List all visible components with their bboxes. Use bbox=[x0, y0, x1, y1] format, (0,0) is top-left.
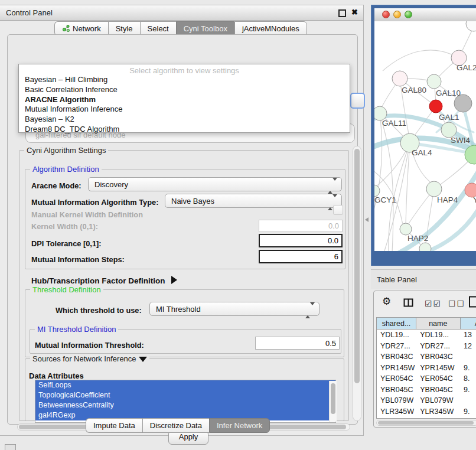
float-window-icon[interactable] bbox=[338, 9, 346, 17]
dropdown-item[interactable]: ARACNE Algorithm bbox=[19, 95, 350, 105]
network-node[interactable] bbox=[400, 223, 412, 235]
table-panel-title: Table Panel bbox=[377, 275, 417, 284]
select-all-checkboxes-icon[interactable]: ☑☑ bbox=[425, 299, 442, 308]
table-row[interactable]: YBR045CYBR045C9. bbox=[377, 384, 476, 396]
dpi-tolerance-field[interactable] bbox=[259, 234, 343, 247]
cyni-toolbox-panel: gal-filtered sif default node Select alg… bbox=[7, 34, 358, 425]
network-node[interactable] bbox=[392, 71, 407, 86]
mi-steps-field[interactable] bbox=[259, 250, 343, 263]
minimize-traffic-light-icon[interactable] bbox=[393, 11, 401, 18]
node-label: Y bbox=[473, 195, 476, 204]
attribute-list-item[interactable]: BetweennessCentrality bbox=[35, 400, 335, 410]
deselect-checkboxes-icon[interactable]: ☐☐ bbox=[448, 299, 465, 308]
table-cell: 13 bbox=[460, 330, 476, 341]
node-label: GAL10 bbox=[436, 89, 461, 97]
table-cell: 9. bbox=[460, 406, 476, 418]
dropdown-item[interactable]: Mutual Information Inference bbox=[19, 105, 350, 115]
mi-algorithm-type-value: Naive Bayes bbox=[171, 197, 214, 206]
table-row[interactable]: YBR043CYBR043C bbox=[377, 351, 476, 363]
attribute-list-item[interactable]: SelfLoops bbox=[35, 380, 335, 390]
table-row[interactable]: YIL053CYIL053C9. bbox=[377, 417, 476, 419]
which-threshold-label: Which threshold to use: bbox=[56, 306, 142, 315]
table-cell: YER054C bbox=[416, 373, 460, 384]
network-canvas[interactable]: GAL2GAL80GAL10GAL1GAL11SWI4GAL4GCY1HAP4Y… bbox=[374, 21, 476, 251]
kernel-width-field[interactable] bbox=[259, 220, 343, 232]
algorithm-dropdown-popup: Select algorithm to view settings Bayesi… bbox=[18, 64, 350, 133]
table-cell: YLR345W bbox=[377, 406, 416, 418]
table-cell: YBL079W bbox=[377, 395, 416, 406]
tab-infer-network[interactable]: Infer Network bbox=[209, 418, 270, 433]
table-cell: YPR145W bbox=[377, 363, 416, 374]
tab-label: jActiveMNodules bbox=[242, 24, 299, 33]
expand-arrow-icon[interactable] bbox=[171, 276, 177, 284]
attribute-list-item[interactable]: TopologicalCoefficient bbox=[35, 390, 335, 400]
node-label: GCY1 bbox=[374, 195, 396, 204]
table-row[interactable]: YDR27...YDR27...12 bbox=[377, 341, 476, 352]
network-node-labels: GAL2GAL80GAL10GAL1GAL11SWI4GAL4GCY1HAP4Y… bbox=[374, 63, 476, 243]
node-label: SWI4 bbox=[451, 136, 470, 145]
table-row[interactable]: YLR345WYLR345W9. bbox=[377, 406, 476, 418]
close-icon[interactable]: ✖ bbox=[351, 8, 358, 17]
table-row[interactable]: YER054CYER054C8. bbox=[377, 373, 476, 384]
network-view-window: GAL2GAL80GAL10GAL1GAL11SWI4GAL4GCY1HAP4Y… bbox=[371, 5, 476, 266]
network-node[interactable] bbox=[419, 243, 431, 251]
mi-threshold-field[interactable] bbox=[255, 337, 340, 350]
zoom-traffic-light-icon[interactable] bbox=[405, 11, 412, 18]
network-node[interactable] bbox=[426, 181, 442, 197]
node-attribute-table: shared...nameA YDL19...YDL19...13YDR27..… bbox=[376, 317, 476, 419]
data-attributes-list[interactable]: SelfLoopsTopologicalCoefficientBetweenne… bbox=[35, 380, 336, 423]
dropdown-item[interactable]: Bayesian – K2 bbox=[19, 115, 350, 125]
settings-vertical-scrollbar[interactable] bbox=[353, 146, 361, 421]
table-row[interactable]: YDL19...YDL19...13 bbox=[377, 330, 476, 341]
close-traffic-light-icon[interactable] bbox=[382, 11, 390, 18]
aracne-mode-combo[interactable]: Discovery bbox=[88, 177, 342, 191]
table-cell: 9. bbox=[460, 417, 476, 419]
node-label: HAP2 bbox=[407, 234, 428, 243]
table-row[interactable]: YBL079WYBL079W bbox=[377, 395, 476, 406]
split-columns-icon[interactable] bbox=[403, 298, 413, 309]
attribute-list-scrollbar[interactable] bbox=[329, 381, 337, 422]
document-icon[interactable] bbox=[468, 296, 476, 310]
column-header[interactable]: shared... bbox=[376, 317, 416, 330]
tab-label: Impute Data bbox=[93, 421, 135, 430]
dropdown-item[interactable]: Basic Correlation Inference bbox=[19, 85, 350, 95]
table-horizontal-scrollbar[interactable] bbox=[376, 420, 476, 426]
dropdown-item[interactable]: Bayesian – Hill Climbing bbox=[19, 75, 350, 85]
tab-discretize-data[interactable]: Discretize Data bbox=[142, 418, 209, 433]
settings-gear-icon[interactable]: ⚙ bbox=[382, 295, 391, 308]
column-header[interactable]: A bbox=[461, 317, 476, 330]
manual-kernel-width-checkbox[interactable] bbox=[333, 205, 343, 215]
control-panel-title: Control Panel bbox=[6, 8, 53, 17]
table-cell: YBR045C bbox=[416, 384, 460, 396]
bottom-tab-bar: Impute DataDiscretize DataInfer Network bbox=[86, 418, 270, 433]
dropdown-item[interactable]: Dream8 DC_TDC Algorithm bbox=[19, 125, 350, 135]
table-row[interactable]: YPR145WYPR145W9. bbox=[377, 363, 476, 374]
collapse-arrow-icon[interactable] bbox=[139, 357, 147, 362]
mi-threshold-definition-title: MI Threshold Definition bbox=[35, 325, 118, 334]
panel-divider-arrow[interactable] bbox=[365, 217, 369, 222]
table-cell: YBR045C bbox=[377, 384, 416, 396]
tab-impute-data[interactable]: Impute Data bbox=[86, 418, 142, 433]
inference-algorithm-combo-end[interactable] bbox=[350, 93, 365, 109]
table-body: YDL19...YDL19...13YDR27...YDR27...12YBR0… bbox=[376, 330, 476, 419]
column-header[interactable]: name bbox=[416, 317, 461, 330]
network-node[interactable] bbox=[427, 74, 441, 89]
table-cell bbox=[460, 351, 476, 363]
table-panel-card: ⚙ ☑☑ ☐☐ shared...nameA YDL19...YDL19...1… bbox=[373, 291, 476, 428]
network-window-titlebar[interactable] bbox=[374, 8, 476, 22]
table-cell: YER054C bbox=[377, 373, 416, 384]
which-threshold-combo[interactable]: MI Threshold bbox=[149, 302, 319, 316]
algorithm-definition-title: Algorithm Definition bbox=[30, 165, 102, 174]
mi-algorithm-type-combo[interactable]: Naive Bayes bbox=[165, 194, 342, 208]
table-cell: YBR043C bbox=[416, 351, 460, 363]
tab-label: Discretize Data bbox=[150, 421, 202, 430]
network-node[interactable] bbox=[466, 21, 476, 31]
table-cell: YBR043C bbox=[377, 351, 416, 363]
network-node[interactable] bbox=[429, 100, 442, 113]
dpi-tolerance-label: DPI Tolerance [0,1]: bbox=[31, 239, 102, 248]
manual-kernel-width-label: Manual Kernel Width Definition bbox=[31, 210, 143, 219]
tab-label: Select bbox=[148, 24, 169, 33]
table-cell: YDL19... bbox=[416, 330, 460, 341]
control-panel-titlebar: Control Panel ✖ bbox=[0, 5, 363, 21]
minimized-panel-icon[interactable] bbox=[5, 444, 16, 450]
